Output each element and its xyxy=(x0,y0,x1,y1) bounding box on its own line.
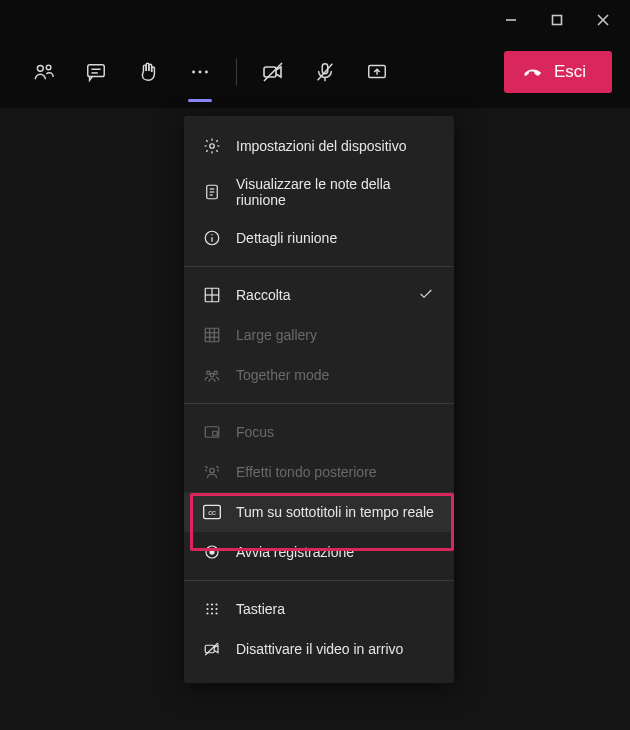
mic-button[interactable] xyxy=(299,50,351,94)
svg-point-47 xyxy=(209,549,214,554)
toolbar-separator xyxy=(236,58,237,86)
focus-icon xyxy=(202,422,222,442)
svg-point-39 xyxy=(210,468,215,473)
svg-point-56 xyxy=(215,612,217,614)
camera-off-icon xyxy=(261,60,285,84)
video-off-icon xyxy=(202,639,222,659)
gear-icon xyxy=(202,136,222,156)
menu-focus: Focus xyxy=(184,412,454,452)
more-actions-menu: Impostazioni del dispositivo Visualizzar… xyxy=(184,116,454,683)
cc-icon: cc xyxy=(202,502,222,522)
menu-label: Focus xyxy=(236,424,436,440)
keypad-icon xyxy=(202,599,222,619)
svg-rect-29 xyxy=(205,328,219,342)
menu-separator xyxy=(184,580,454,581)
leave-label: Esci xyxy=(554,62,586,82)
close-icon xyxy=(597,14,609,26)
svg-point-52 xyxy=(211,608,213,610)
menu-incoming-video-off[interactable]: Disattivare il video in arrivo xyxy=(184,629,454,669)
svg-point-51 xyxy=(206,608,208,610)
background-icon xyxy=(202,462,222,482)
menu-meeting-notes[interactable]: Visualizzare le note della riunione xyxy=(184,166,454,218)
menu-label: Large gallery xyxy=(236,327,436,343)
minimize-icon xyxy=(505,14,517,26)
menu-device-settings[interactable]: Impostazioni del dispositivo xyxy=(184,126,454,166)
hand-icon xyxy=(137,61,159,83)
menu-meeting-details[interactable]: Dettagli riunione xyxy=(184,218,454,258)
notes-icon xyxy=(202,182,222,202)
svg-point-55 xyxy=(211,612,213,614)
svg-point-10 xyxy=(199,71,202,74)
svg-line-13 xyxy=(264,63,282,81)
raise-hand-button[interactable] xyxy=(122,50,174,94)
svg-line-40 xyxy=(205,466,207,468)
more-actions-button[interactable] xyxy=(174,50,226,94)
svg-point-5 xyxy=(46,65,51,70)
menu-label: Raccolta xyxy=(236,287,404,303)
menu-live-captions[interactable]: cc Tum su sottotitoli in tempo reale xyxy=(184,492,454,532)
hangup-icon xyxy=(522,61,544,83)
info-icon xyxy=(202,228,222,248)
mic-off-icon xyxy=(314,61,336,83)
menu-label: Dettagli riunione xyxy=(236,230,436,246)
menu-label: Together mode xyxy=(236,367,436,383)
svg-point-11 xyxy=(205,71,208,74)
menu-label: Visualizzare le note della riunione xyxy=(236,176,436,208)
participants-button[interactable] xyxy=(18,50,70,94)
svg-line-42 xyxy=(205,470,207,472)
check-icon xyxy=(418,286,436,305)
svg-line-41 xyxy=(217,466,219,468)
share-screen-icon xyxy=(366,61,388,83)
svg-point-48 xyxy=(206,603,208,605)
maximize-icon xyxy=(551,14,563,26)
meeting-toolbar: Esci xyxy=(0,40,630,108)
people-icon xyxy=(33,61,55,83)
menu-together-mode: Together mode xyxy=(184,355,454,395)
window-maximize-button[interactable] xyxy=(534,0,580,40)
menu-label: Effetti tondo posteriore xyxy=(236,464,436,480)
menu-keypad[interactable]: Tastiera xyxy=(184,589,454,629)
window-titlebar xyxy=(0,0,630,40)
together-icon xyxy=(202,365,222,385)
svg-line-43 xyxy=(217,470,219,472)
svg-point-4 xyxy=(37,65,43,71)
record-icon xyxy=(202,542,222,562)
window-minimize-button[interactable] xyxy=(488,0,534,40)
large-grid-icon xyxy=(202,325,222,345)
svg-rect-38 xyxy=(213,431,218,436)
ellipsis-icon xyxy=(189,61,211,83)
menu-background-effects: Effetti tondo posteriore xyxy=(184,452,454,492)
svg-point-34 xyxy=(207,371,210,374)
svg-point-35 xyxy=(214,371,217,374)
menu-label: Impostazioni del dispositivo xyxy=(236,138,436,154)
svg-point-25 xyxy=(211,234,212,235)
svg-point-9 xyxy=(192,71,195,74)
menu-label: Tastiera xyxy=(236,601,436,617)
camera-button[interactable] xyxy=(247,50,299,94)
svg-point-50 xyxy=(215,603,217,605)
menu-separator xyxy=(184,266,454,267)
svg-point-36 xyxy=(210,373,213,376)
svg-point-49 xyxy=(211,603,213,605)
leave-button[interactable]: Esci xyxy=(504,51,612,93)
svg-rect-57 xyxy=(205,645,214,653)
menu-label: Avvia registrazione xyxy=(236,544,436,560)
menu-label: Disattivare il video in arrivo xyxy=(236,641,436,657)
grid-icon xyxy=(202,285,222,305)
svg-text:cc: cc xyxy=(208,508,216,517)
menu-label: Tum su sottotitoli in tempo reale xyxy=(236,504,436,520)
menu-separator xyxy=(184,403,454,404)
chat-button[interactable] xyxy=(70,50,122,94)
menu-gallery[interactable]: Raccolta xyxy=(184,275,454,315)
menu-start-recording[interactable]: Avvia registrazione xyxy=(184,532,454,572)
svg-rect-6 xyxy=(88,65,105,77)
window-close-button[interactable] xyxy=(580,0,626,40)
share-button[interactable] xyxy=(351,50,403,94)
svg-rect-1 xyxy=(553,16,562,25)
chat-icon xyxy=(85,61,107,83)
svg-point-18 xyxy=(210,144,215,149)
svg-point-54 xyxy=(206,612,208,614)
menu-large-gallery: Large gallery xyxy=(184,315,454,355)
svg-point-53 xyxy=(215,608,217,610)
